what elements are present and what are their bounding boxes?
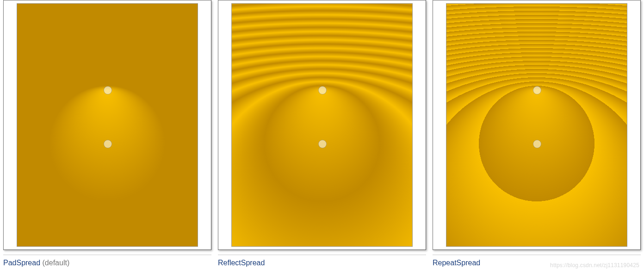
gradient-reflect: [231, 3, 413, 247]
caption-label: PadSpread: [3, 259, 40, 267]
gradient-svg: [17, 4, 198, 246]
figure-cell: RepeatSpread: [433, 0, 641, 267]
gradient-svg: [232, 4, 412, 246]
caption-label: RepeatSpread: [433, 259, 480, 267]
watermark-text: https://blog.csdn.net/zj1131190425: [550, 262, 639, 269]
focal-point-marker: [318, 86, 327, 94]
figure-frame: [433, 0, 641, 250]
figure-cell: ReflectSpread: [218, 0, 426, 267]
gradient-pad: [17, 3, 198, 247]
center-point-marker: [318, 140, 327, 148]
figure-frame: [218, 0, 426, 250]
figure-cell: PadSpread (default): [3, 0, 211, 267]
center-point-marker: [104, 140, 112, 148]
caption-label: ReflectSpread: [218, 259, 265, 267]
caption-default: (default): [40, 259, 69, 267]
figure-frame: [3, 0, 211, 250]
focal-point-marker: [104, 86, 112, 94]
focal-point-marker: [533, 86, 541, 94]
svg-rect-3: [446, 4, 627, 246]
figure-caption: PadSpread (default): [3, 255, 211, 267]
center-point-marker: [533, 140, 541, 148]
figure-row: PadSpread (default) ReflectSpread Repeat…: [0, 0, 644, 275]
svg-rect-1: [17, 4, 198, 246]
gradient-svg: [446, 4, 627, 246]
svg-rect-2: [232, 4, 412, 246]
gradient-repeat: [446, 3, 627, 247]
figure-caption: ReflectSpread: [218, 255, 426, 267]
